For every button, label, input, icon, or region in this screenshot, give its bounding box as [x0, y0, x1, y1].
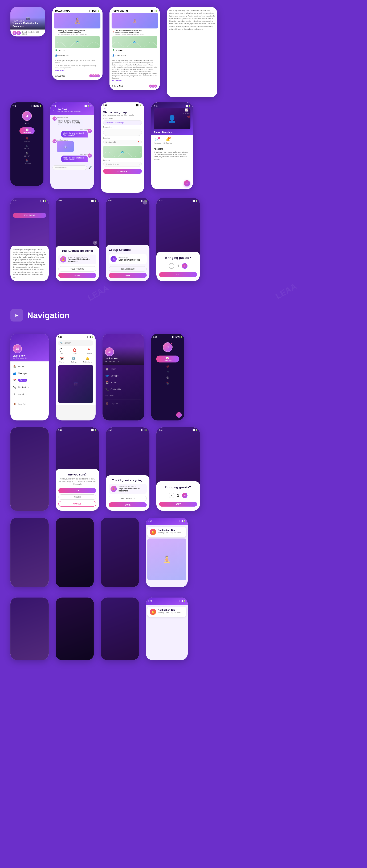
- group-name-input[interactable]: Easy and Gentle Yoga: [103, 120, 142, 125]
- search-tabs-row1: 💬 Chat ⭕ Clubs 📍 Location: [58, 348, 93, 354]
- tell-friends-btn-1[interactable]: TELL FRIENDS: [58, 266, 96, 272]
- group-close-btn[interactable]: ×: [143, 200, 147, 205]
- pnav-home[interactable]: 🏠Home: [103, 366, 144, 372]
- drawer-item-events[interactable]: 📅 Events: [10, 377, 49, 384]
- phone-are-you-sure: 9:41 ▐▐▐ 🔋 Are you sure? Would you like …: [56, 427, 99, 511]
- trending-active-tab[interactable]: 📈 TRENDING: [20, 127, 35, 134]
- event-map-2: 🗺️: [112, 36, 157, 48]
- live-chat-row-1[interactable]: 💬 Live Chat A B C D: [55, 74, 100, 78]
- read-more-link-1[interactable]: READ MORE: [55, 70, 100, 71]
- read-more-link-2[interactable]: READ MORE: [112, 80, 157, 82]
- profile-trending-icon[interactable]: 📈 TRENDING: [183, 108, 191, 114]
- event-host-2: Hosted by Joe: [115, 55, 126, 56]
- tab-clubs[interactable]: ⭕ Clubs: [73, 348, 77, 354]
- chat-back-btn[interactable]: ←: [53, 109, 55, 112]
- event-location-row: 📍 The Bay Department Store (7th floor re…: [55, 30, 100, 35]
- pnav-events[interactable]: 📅Events: [103, 379, 144, 386]
- continue-btn[interactable]: CONTINUE: [103, 169, 142, 174]
- nav-music-icon[interactable]: 🎵: [166, 371, 169, 374]
- notification-card-bottom[interactable]: 🔔 Notification Title Would you like to t…: [147, 607, 186, 617]
- blur-b1-overlay: [10, 518, 49, 587]
- trending-item-health[interactable]: ❤️ HEALTH: [24, 137, 30, 142]
- profile-health-icon[interactable]: ❤️: [187, 115, 191, 119]
- event-location-name: The Bay Department Store (7th floor rest…: [58, 30, 100, 33]
- profile-fab[interactable]: +: [184, 180, 190, 186]
- group-desc-input[interactable]: [103, 129, 142, 136]
- rsvp-event-avatar: 🧘: [60, 256, 66, 262]
- tab-events[interactable]: 📅 Events: [59, 356, 64, 363]
- notif-time: 9:41: [148, 520, 152, 522]
- maybe-btn[interactable]: MAYBE: [58, 494, 96, 500]
- rsvp-close-btn[interactable]: ×: [93, 241, 97, 245]
- chat-msg-3: AH Abdullah Hadley 🏔️: [53, 139, 92, 152]
- group-created-modal: Group Created G Montreal, QC Easy and Ge…: [106, 245, 149, 281]
- counter-plus-btn[interactable]: +: [182, 263, 188, 269]
- tab-location[interactable]: 📍 Location: [86, 348, 92, 354]
- nav-learning-icon[interactable]: 📚: [166, 382, 169, 385]
- group-avatar: G: [111, 256, 117, 262]
- counter-plus-btn-nav[interactable]: +: [182, 493, 188, 498]
- cancel-btn[interactable]: CANCEL: [58, 501, 96, 506]
- search-input[interactable]: [64, 342, 91, 344]
- chat-input[interactable]: Say Something...: [53, 165, 87, 170]
- done-btn-nav[interactable]: DONE: [109, 502, 147, 507]
- phone-rsvp: 9:41 ▐▐▐ 🔋 × You +1 guest are going! 🧘 T…: [56, 198, 99, 281]
- pnav-contact[interactable]: 📞Contact Us: [103, 386, 144, 393]
- tell-friends-btn-2[interactable]: TELL FRIENDS: [109, 266, 147, 272]
- counter-minus-btn[interactable]: −: [169, 263, 174, 269]
- group-name-label: Group Name: [103, 118, 142, 120]
- phone-notification-bottom: 9:41 ▐▐▐ 🔋 🔔 Notification Title Would yo…: [146, 597, 188, 660]
- profile-notifications[interactable]: 🔔 3 Notifications: [164, 137, 172, 144]
- drawer-item-about[interactable]: ℹ About Us: [10, 391, 49, 398]
- event-map-1: 🗺️: [55, 36, 100, 48]
- done-btn-1[interactable]: DONE: [58, 273, 96, 278]
- chat-mic-icon[interactable]: 🎤: [88, 166, 92, 169]
- tell-friends-btn-nav[interactable]: TELL FRIENDS: [109, 496, 147, 501]
- tab-settings[interactable]: ⚙️ Settings: [71, 356, 77, 363]
- tab-chat[interactable]: 💬 Chat: [59, 348, 63, 354]
- trending-item-learning[interactable]: 📚 LEARNING: [23, 159, 31, 164]
- group-back[interactable]: ←: [103, 107, 142, 110]
- event-desc-preview: New to Yoga or looking to take your mat …: [55, 60, 100, 64]
- next-btn-1[interactable]: NEXT: [159, 272, 197, 277]
- rsvp-nav-event-avatar: 🧘: [111, 486, 117, 492]
- next-btn-nav[interactable]: NEXT: [159, 502, 197, 506]
- nav-health-icon[interactable]: ❤️: [166, 365, 169, 368]
- pnav-meetups[interactable]: 👥Meetups: [103, 372, 144, 379]
- event-full-description: New to Yoga or looking to take your mat …: [169, 9, 215, 31]
- live-chat-row-2[interactable]: 💬 Live Chat A B C: [112, 85, 157, 88]
- group-location-input[interactable]: Montreal (2) 📍: [103, 140, 142, 145]
- drawer-item-meetups[interactable]: 👥 Meetups: [10, 370, 49, 377]
- counter-minus-btn-nav[interactable]: −: [169, 493, 174, 498]
- nav-sport-icon[interactable]: ⚽: [166, 376, 169, 379]
- nav-trending-fab[interactable]: +: [176, 412, 182, 418]
- phone-profile-nav: JS Jack Snow San Francisco, CA 🏠Home 👥Me…: [103, 334, 144, 421]
- yes-btn[interactable]: YES: [58, 488, 96, 493]
- trending-item-music[interactable]: 🎵 MUSIC: [25, 145, 30, 150]
- drawer-logout[interactable]: 🚪 Log Out: [10, 401, 49, 407]
- blur1-overlay: [10, 427, 49, 511]
- group-interests-input[interactable]: Select a few you.. ›: [103, 162, 142, 166]
- done-btn-2[interactable]: DONE: [109, 273, 147, 278]
- phone-blur-bottom-3: [101, 518, 139, 587]
- search-bar[interactable]: 🔍: [58, 340, 93, 346]
- nav-trending-active[interactable]: 📈 TRENDING: [156, 355, 179, 363]
- drawer-item-home[interactable]: 🏠 Home: [10, 363, 49, 370]
- phone-profile: 9:41 ▐▐▐ 🔋 📈 TRENDING ❤️ 👤: [151, 102, 193, 189]
- chat-subtitle: Yoga and Meditation for Beginners: [57, 111, 81, 112]
- notification-card[interactable]: 🔔 Notification Title Would you like to t…: [147, 527, 186, 537]
- chat-settings-icon[interactable]: ⚙: [90, 105, 92, 107]
- counter-value-nav: 1: [177, 493, 179, 498]
- phone-blur-bottom-2: [56, 518, 94, 587]
- phone-blur-vb-1: [10, 597, 49, 660]
- profile-messages[interactable]: ✉️ 2 Messages: [153, 137, 161, 144]
- pnav-logout[interactable]: 🚪Log Out: [103, 400, 144, 407]
- status-time: TODAY 5:30 PM: [55, 10, 70, 12]
- event-image-2: 🧘: [112, 13, 158, 28]
- event-join-btn[interactable]: JOIN EVENT: [13, 213, 46, 218]
- drawer-item-contact[interactable]: 📞 Contact Us: [10, 384, 49, 391]
- tab-notifications[interactable]: 🔔 Notifications: [83, 356, 92, 363]
- trending-item-sport[interactable]: ⚽ SPORT: [24, 152, 30, 157]
- group-created-row: G Montreal, QC Easy and Gentle Yoga: [109, 254, 147, 264]
- trending-avatar: J: [22, 111, 32, 121]
